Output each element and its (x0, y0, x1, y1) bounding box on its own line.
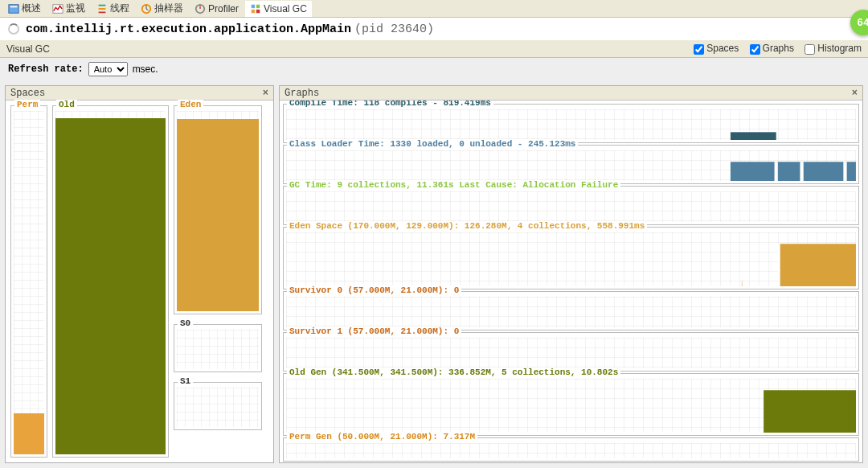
graph-gc-time: GC Time: 9 collections, 11.361s Last Cau… (283, 186, 859, 225)
tab-monitor[interactable]: 监视 (47, 1, 90, 17)
refresh-rate-row: Refresh rate: Auto msec. (0, 58, 868, 80)
space-eden: Eden (174, 105, 262, 314)
svg-rect-22 (775, 162, 778, 181)
graph-survivor1: Survivor 1 (57.000M, 21.000M): 0 (283, 332, 859, 372)
graph-class-loader: Class Loader Time: 1330 loaded, 0 unload… (283, 145, 859, 184)
graph-eden: Eden Space (170.000M, 129.000M): 126.280… (283, 227, 859, 289)
graph-permgen: Perm Gen (50.000M, 21.000M): 7.317M (283, 437, 859, 462)
app-pid: (pid 23640) (354, 23, 434, 36)
graph-oldgen: Old Gen (341.500M, 341.500M): 336.852M, … (283, 373, 859, 436)
main-area: Spaces × Perm Old Eden (0, 80, 868, 468)
svg-rect-13 (252, 9, 255, 12)
svg-rect-14 (256, 9, 260, 12)
svg-rect-0 (9, 4, 18, 13)
space-eden-label: Eden (178, 100, 203, 109)
loading-spinner-icon (8, 23, 19, 35)
graph-compile-time: Compile Time: 118 compiles - 819.419ms (283, 104, 859, 143)
space-old: Old (52, 105, 169, 458)
app-main-class: com.intellij.rt.execution.application.Ap… (26, 23, 351, 36)
app-title-bar: com.intellij.rt.execution.application.Ap… (0, 18, 868, 40)
svg-line-8 (146, 9, 149, 10)
subtab-bar: Visual GC Spaces Graphs Histogram (0, 40, 868, 58)
svg-rect-12 (256, 4, 260, 7)
tab-visualgc[interactable]: Visual GC (245, 1, 312, 17)
svg-rect-11 (252, 4, 255, 7)
panel-spaces-header: Spaces × (6, 86, 273, 101)
panel-spaces: Spaces × Perm Old Eden (5, 85, 274, 463)
close-graphs-icon[interactable]: × (852, 88, 858, 99)
view-checks: Spaces Graphs Histogram (686, 43, 862, 54)
svg-rect-23 (800, 162, 803, 181)
space-s0: S0 (174, 324, 262, 372)
tab-threads[interactable]: 线程 (92, 1, 134, 17)
bitness-badge: 64 (850, 10, 868, 35)
svg-rect-15 (731, 132, 776, 140)
tab-overview[interactable]: 概述 (3, 1, 46, 17)
tab-profiler[interactable]: Profiler (190, 1, 244, 17)
space-perm-label: Perm (14, 100, 40, 109)
main-toolbar: 概述 监视 线程 抽样器 Profiler Visual GC (0, 0, 868, 18)
refresh-unit: msec. (133, 64, 158, 75)
svg-rect-24 (843, 162, 846, 181)
space-s1: S1 (174, 382, 262, 430)
panel-graphs-header: Graphs × (280, 86, 862, 101)
tab-sampler[interactable]: 抽样器 (136, 1, 188, 17)
svg-rect-1 (10, 6, 18, 7)
subtab-title: Visual GC (6, 43, 686, 55)
check-graphs[interactable]: Graphs (750, 43, 794, 54)
space-s1-label: S1 (178, 376, 193, 386)
check-spaces[interactable]: Spaces (694, 43, 739, 54)
space-perm: Perm (10, 105, 47, 458)
graph-survivor0: Survivor 0 (57.000M, 21.000M): 0 (283, 291, 859, 330)
close-spaces-icon[interactable]: × (263, 88, 268, 99)
space-s0-label: S0 (178, 318, 193, 328)
refresh-rate-select[interactable]: Auto (88, 62, 128, 76)
check-histogram[interactable]: Histogram (805, 43, 862, 54)
refresh-label: Refresh rate: (8, 64, 84, 75)
panel-graphs: Graphs × Compile Time: 118 compiles - 81… (279, 85, 863, 463)
space-old-label: Old (56, 100, 77, 109)
